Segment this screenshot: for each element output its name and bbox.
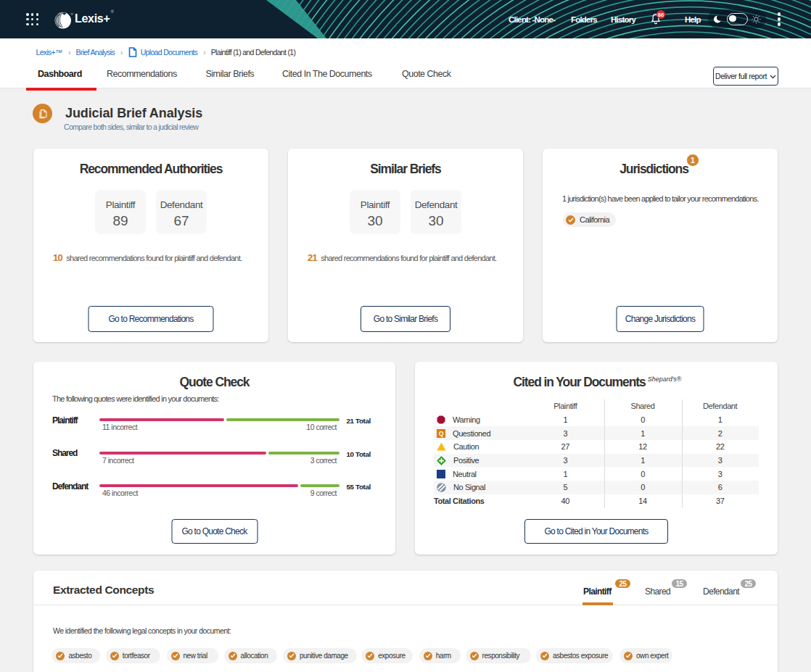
svg-text:Q: Q (439, 430, 444, 437)
